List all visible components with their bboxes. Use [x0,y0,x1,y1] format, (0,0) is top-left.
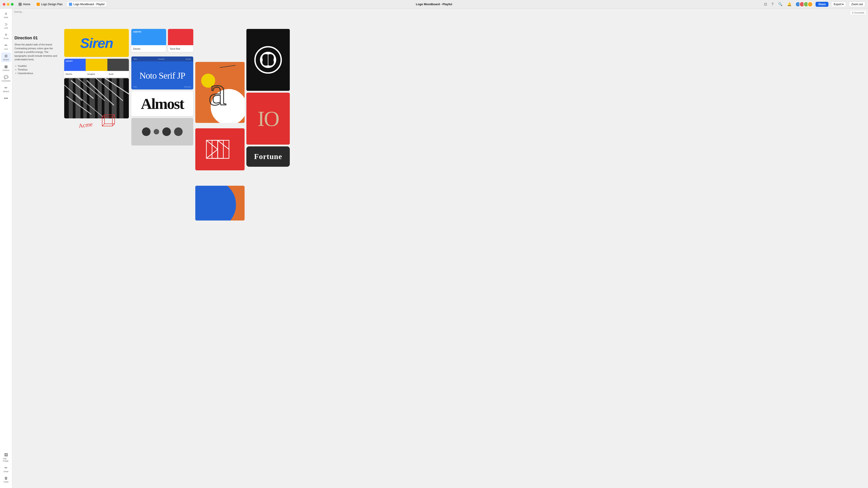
direction-bullet-2: Timeless [14,68,60,71]
sidebar-item-sketch[interactable]: ✏ Sketch [1,84,11,94]
tab-logo-design-label: Logo Design Plan [41,3,63,6]
fortune-text: Fortune [254,152,282,161]
svg-line-20 [112,115,115,117]
sidebar-item-note[interactable]: ≡ Note [1,10,11,20]
direction-description: Show the playful side of the brand. Cont… [14,43,60,61]
board-icon: ⊞ [4,54,7,58]
io-text: IO [257,106,278,131]
direction-bullet-3: Unpretentious [14,71,60,75]
sidebar-item-line[interactable]: ✏ Line [1,42,11,52]
sketch-icon: ✏ [4,86,7,90]
sidebar-item-todo[interactable]: ≡ To-do [1,31,11,41]
card-dots[interactable] [131,118,193,145]
svg-line-19 [102,115,104,117]
card-cube-sketch [98,112,118,129]
card-dc-logo[interactable] [195,128,245,170]
electric-label: Electric [133,48,141,50]
svg-text:Acme: Acme [78,121,93,129]
card-abstract[interactable] [64,78,129,119]
noto-text: Noto Serif JP [140,70,185,81]
home-icon [19,3,22,6]
sidebar-item-link[interactable]: ⊃ Link [1,21,11,31]
titlebar: Home Logo Design Plan Logo Moodboard - P… [0,0,329,8]
todo-icon: ≡ [5,33,7,37]
electric-code: #3097F8 [133,31,141,33]
moodboard-icon [69,3,72,6]
tab-home-label: Home [23,3,30,6]
card-io-number[interactable]: IO [246,93,290,144]
maximize-button[interactable] [11,3,13,6]
tab-bar: Home Logo Design Plan Logo Moodboard - P… [16,2,329,7]
card-electric-large[interactable]: #3097F8 Electric [131,29,166,52]
line-icon: ✏ [4,43,7,47]
swatch-sunglow-label: Sunglow [87,73,95,75]
close-button[interactable] [3,3,5,6]
sidebar: ≡ Note ⊃ Link ≡ To-do ✏ Line ⊞ Board ▦ C… [0,8,12,185]
card-torch-red[interactable]: Torch Red [168,29,193,52]
direction-list: Youthful Timeless Unpretentious [14,64,60,75]
window-controls [3,3,13,6]
svg-line-22 [102,124,104,126]
direction-bullet-1: Youthful [14,64,60,68]
tab-moodboard[interactable]: Logo Moodboard - Playful [67,2,107,7]
torch-red-label: Torch Red [170,48,180,50]
almost-text: Almost [141,95,184,113]
swatch-dusk-label: Dusk [109,73,114,75]
siren-text: Siren [80,35,113,51]
sidebar-item-column[interactable]: ▦ Column [1,63,11,73]
card-noto-serif[interactable]: Noto Founders Archive Noto Serif JP Noto… [131,57,193,90]
svg-line-21 [112,124,115,126]
main-canvas[interactable]: Saving... 0 Unsorted Direction 01 Show t… [12,8,329,185]
svg-text:a: a [209,69,226,107]
comment-icon: 💬 [4,75,8,79]
direction-title: Direction 01 [14,36,60,40]
more-icon: ••• [4,96,8,100]
logo-design-icon [37,3,40,6]
card-orange-a[interactable]: a [195,62,245,123]
sidebar-item-comment[interactable]: 💬 Comment [1,74,11,84]
column-icon: ▦ [4,64,8,69]
direction-panel: Direction 01 Show the playful side of th… [14,36,60,75]
sidebar-item-more[interactable]: ••• [1,95,11,102]
sidebar-item-board[interactable]: ⊞ Board [1,53,11,62]
svg-line-24 [220,65,236,68]
minimize-button[interactable] [7,3,9,6]
tab-logo-design[interactable]: Logo Design Plan [34,2,65,7]
card-swatches[interactable]: #2F63F7 Electric Sunglow Dusk [64,59,129,77]
card-siren[interactable]: Siren [64,29,129,57]
note-icon: ≡ [5,12,7,16]
swatch-electric-label: Electric [66,73,72,75]
link-icon: ⊃ [4,22,7,26]
card-fortune[interactable]: Fortune [246,147,290,167]
card-circle-logo[interactable] [246,29,290,91]
saving-indicator: Saving... [14,10,24,13]
tab-home[interactable]: Home [16,2,33,7]
card-almost[interactable]: Almost [131,91,193,116]
tab-moodboard-label: Logo Moodboard - Playful [73,3,104,6]
